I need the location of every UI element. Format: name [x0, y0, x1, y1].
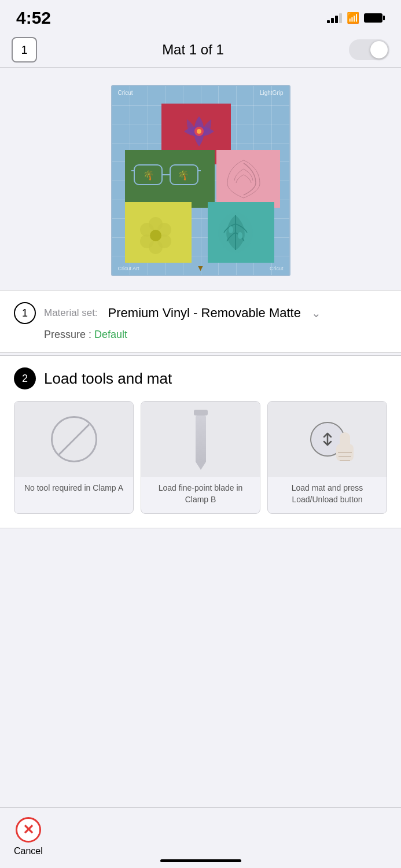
no-tool-icon — [51, 416, 97, 462]
load-tools-header: 2 Load tools and mat — [14, 367, 387, 389]
battery-icon — [364, 13, 385, 23]
svg-text:🌴: 🌴 — [143, 170, 154, 181]
cancel-x-icon: ✕ — [16, 817, 41, 843]
nav-toggle[interactable] — [349, 39, 389, 60]
status-time: 4:52 — [16, 8, 51, 28]
status-icons: 📶 — [327, 12, 385, 24]
mat-preview-section: 🌴 🌴 — [0, 68, 401, 288]
tool-label-blade: Load fine-point blade in Clamp B — [141, 483, 260, 505]
material-row[interactable]: 1 Material set: Premium Vinyl - Removabl… — [14, 302, 387, 324]
pressure-label: Pressure : — [44, 329, 91, 340]
bottom-section — [0, 528, 401, 598]
tool-card-blade: Load fine-point blade in Clamp B — [141, 401, 260, 514]
hibiscus-design — [176, 108, 222, 155]
step-2-circle: 2 — [14, 367, 36, 389]
tool-image-blade — [141, 402, 260, 477]
material-value: Premium Vinyl - Removable Matte — [108, 306, 301, 321]
wifi-icon: 📶 — [347, 12, 359, 24]
mat-label-cricut-art: Cricut Art — [118, 266, 139, 271]
toggle-thumb — [370, 41, 388, 58]
cancel-button[interactable]: ✕ Cancel — [14, 817, 43, 856]
pressure-value: Default — [94, 329, 127, 340]
mat-label-lightgrip: LightGrip — [260, 90, 284, 96]
svg-text:🌴: 🌴 — [178, 170, 189, 181]
home-indicator — [160, 859, 241, 862]
mat-label-cricut-br: Cricut — [270, 266, 284, 271]
signal-icon — [327, 13, 342, 23]
tool-image-load-mat — [268, 402, 387, 477]
load-tools-title: Load tools and mat — [44, 370, 172, 388]
status-bar: 4:52 📶 — [0, 0, 401, 32]
monstera-design — [209, 207, 262, 259]
tool-card-load-mat: Load mat and press Load/Unload button — [267, 401, 387, 514]
svg-point-1 — [197, 129, 201, 134]
step-1-circle: 1 — [14, 302, 36, 324]
mat-number-badge: 1 — [12, 37, 37, 62]
material-section: 1 Material set: Premium Vinyl - Removabl… — [0, 290, 401, 353]
blade-icon — [194, 409, 208, 470]
svg-point-16 — [229, 226, 233, 233]
load-tools-section: 2 Load tools and mat No tool required in… — [0, 355, 401, 528]
material-label: Material set: — [44, 307, 98, 319]
mat-arrow-icon: ▼ — [197, 263, 205, 273]
mat-label-cricut: Cricut — [118, 90, 133, 96]
chevron-down-icon[interactable]: ⌄ — [311, 306, 321, 320]
leaf-design — [219, 156, 268, 202]
finger-icon — [330, 432, 359, 470]
nav-title: Mat 1 of 1 — [162, 42, 224, 58]
tools-grid: No tool required in Clamp A Load fine-po… — [14, 401, 387, 514]
svg-point-15 — [150, 230, 161, 241]
flower-design — [130, 208, 182, 257]
tool-label-no-tool: No tool required in Clamp A — [20, 483, 128, 494]
tool-card-no-tool: No tool required in Clamp A — [14, 401, 134, 514]
tool-image-no-tool — [14, 402, 133, 477]
pressure-row: Pressure : Default — [14, 329, 387, 341]
mat-image: 🌴 🌴 — [111, 85, 290, 276]
svg-point-17 — [238, 232, 242, 239]
cancel-label: Cancel — [14, 846, 43, 856]
glasses-design: 🌴 🌴 — [128, 155, 204, 195]
tool-label-load-mat: Load mat and press Load/Unload button — [268, 483, 387, 505]
nav-bar: 1 Mat 1 of 1 — [0, 32, 401, 68]
